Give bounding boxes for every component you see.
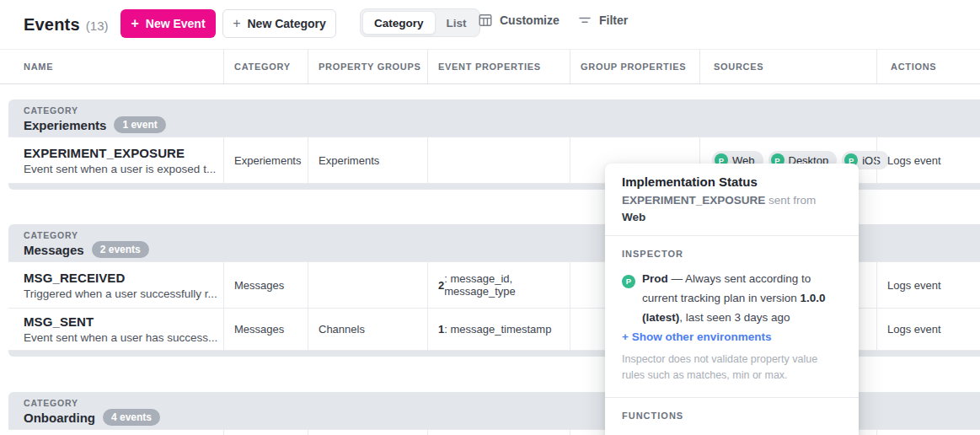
- column-header-category: CATEGORY: [223, 50, 308, 83]
- column-header-property-groups: PROPERTY GROUPS: [308, 50, 427, 83]
- filter-label: Filter: [599, 13, 628, 27]
- event-description: Event sent when a user is exposed t...: [24, 163, 216, 175]
- column-header-sources: SOURCES: [699, 50, 876, 83]
- page-title-text: Events: [24, 15, 80, 35]
- popover-event-name: EXPERIMENT_EXPOSURE: [622, 194, 765, 207]
- event-properties-cell: 1: message_timestamp: [427, 309, 570, 350]
- event-category-cell: Messages: [223, 262, 308, 308]
- prod-status-icon-wrap: P: [622, 269, 635, 327]
- customize-button[interactable]: Customize: [479, 13, 560, 27]
- table-grid-icon: [479, 13, 492, 27]
- question-icon-wrap: ?: [622, 432, 635, 435]
- functions-heading: FUNCTIONS: [622, 411, 842, 421]
- show-other-environments-link[interactable]: + Show other environments: [622, 330, 842, 343]
- filter-button[interactable]: Filter: [578, 13, 628, 27]
- actions-cell: Logs event: [876, 262, 980, 308]
- category-name: Onboarding: [24, 411, 95, 425]
- functions-dev-text: Dev — Not implemented with Avo Functions: [641, 432, 842, 435]
- toolbar: Events (13) + New Event + New Category C…: [0, 0, 980, 49]
- event-properties-count: 2: [438, 279, 444, 292]
- column-header-event-properties: EVENT PROPERTIES: [427, 50, 570, 83]
- category-label: CATEGORY: [24, 105, 980, 115]
- view-toggle: Category List: [360, 8, 480, 37]
- popover-body: INSPECTOR P Prod — Always sent according…: [605, 249, 859, 435]
- event-properties-cell: 2: message_id, message_type: [427, 262, 570, 308]
- actions-cell: Logs event: [876, 309, 980, 350]
- event-count-badge: 1 event: [114, 116, 165, 133]
- functions-dev-row: ? Dev — Not implemented with Avo Functio…: [622, 432, 842, 435]
- table-header-row: NAME CATEGORY PROPERTY GROUPS EVENT PROP…: [0, 49, 980, 84]
- events-count: (13): [86, 19, 109, 33]
- event-count-badge: 4 events: [103, 409, 160, 426]
- prod-status-icon: P: [622, 275, 635, 288]
- view-toggle-category[interactable]: Category: [362, 11, 436, 35]
- category-header: CATEGORY Experiements 1 event: [8, 99, 980, 137]
- event-description: Event sent when a user has success...: [24, 331, 217, 344]
- column-header-group-properties: GROUP PROPERTIES: [570, 50, 699, 83]
- new-category-label: New Category: [247, 17, 325, 30]
- inspector-prod-row: P Prod — Always sent according to curren…: [622, 269, 842, 327]
- event-category-cell: Experiements: [223, 137, 308, 183]
- event-count-badge: 2 events: [92, 241, 149, 258]
- actions-cell: Logs event: [876, 137, 980, 183]
- popover-title: Implementation Status: [622, 174, 842, 191]
- event-property-groups-cell: Channels: [308, 309, 427, 350]
- customize-label: Customize: [500, 13, 560, 27]
- event-properties-list: : message_timestamp: [444, 323, 551, 336]
- plus-icon: +: [233, 17, 240, 30]
- category-name: Experiements: [24, 118, 106, 132]
- inspector-prod-text: Prod — Always sent according to current …: [642, 269, 842, 327]
- popover-divider: [605, 397, 859, 398]
- inspector-heading: INSPECTOR: [622, 249, 842, 259]
- filter-icon: [578, 13, 592, 27]
- event-properties-count: 1: [438, 323, 444, 336]
- event-category-cell: Messages: [223, 309, 308, 350]
- event-name: MSG_RECEIVED: [24, 271, 125, 285]
- event-property-groups-cell: [308, 262, 427, 308]
- column-header-actions: ACTIONS: [876, 50, 980, 83]
- page-title: Events (13): [24, 15, 108, 35]
- plus-icon: +: [131, 17, 138, 30]
- column-header-name: NAME: [0, 50, 223, 83]
- event-name: MSG_SENT: [24, 314, 94, 329]
- event-name: EXPERIMENT_EXPOSURE: [24, 146, 185, 160]
- popover-subtitle: EXPERIMENT_EXPOSURE sent from Web: [622, 192, 842, 226]
- event-property-groups-cell: Experiments: [308, 137, 427, 183]
- implementation-status-popover: Implementation Status EXPERIMENT_EXPOSUR…: [605, 164, 859, 435]
- inspector-note: Inspector does not validate property val…: [622, 352, 842, 384]
- view-toggle-list[interactable]: List: [436, 11, 478, 35]
- event-properties-list: : message_id, message_type: [444, 272, 570, 298]
- new-event-label: New Event: [146, 17, 206, 30]
- category-name: Messages: [24, 243, 84, 257]
- popover-header: Implementation Status EXPERIMENT_EXPOSUR…: [605, 164, 859, 236]
- event-description: Triggered when a user successfully r...: [24, 287, 217, 300]
- popover-source-name: Web: [622, 211, 645, 223]
- new-category-button[interactable]: + New Category: [222, 9, 336, 38]
- event-properties-cell: [427, 137, 570, 183]
- events-page: Events (13) + New Event + New Category C…: [0, 0, 980, 435]
- new-event-button[interactable]: + New Event: [120, 9, 216, 38]
